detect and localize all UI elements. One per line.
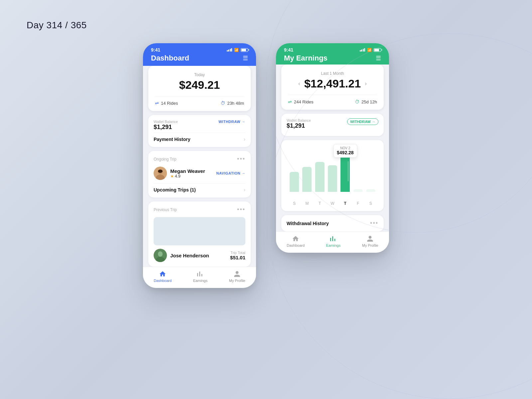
nav-dashboard-right[interactable]: Dashboard bbox=[287, 235, 305, 247]
trip-total-label: Trip Total bbox=[230, 251, 245, 255]
home-icon-left bbox=[159, 270, 166, 278]
withdraw-button-right[interactable]: WITHDRAW → bbox=[347, 118, 378, 125]
bar-friday bbox=[353, 189, 363, 192]
status-icons-left: 📶 bbox=[227, 48, 248, 52]
monthly-earnings-card: Last 1 Month ‹ $12,491.21 › ⇌ 244 Rides … bbox=[281, 65, 384, 110]
earnings-title: My Earnings bbox=[284, 54, 328, 63]
phone-earnings: 9:41 📶 My Earnings ☰ Last 1 Month bbox=[276, 43, 389, 253]
wallet-info-right: Wallet Balance $1,291 bbox=[287, 118, 311, 129]
wifi-icon-left: 📶 bbox=[234, 48, 239, 52]
wifi-icon-right: 📶 bbox=[367, 48, 372, 52]
prev-trip-more-button[interactable]: ••• bbox=[237, 206, 245, 213]
day-label-s2: S bbox=[364, 201, 377, 206]
payment-history-label: Payment History bbox=[154, 137, 190, 142]
wallet-amount-left: $1,291 bbox=[154, 124, 178, 131]
rides-icon: ⇌ bbox=[155, 100, 159, 106]
prev-trip-driver-row: Jose Henderson Trip Total $51.01 bbox=[154, 249, 245, 262]
dashboard-title: Dashboard bbox=[151, 54, 189, 63]
rides-icon-right: ⇌ bbox=[288, 99, 292, 104]
nav-profile-right[interactable]: My Profile bbox=[362, 235, 378, 247]
ongoing-header: Ongoing Trip ••• bbox=[154, 156, 245, 163]
bar-S2 bbox=[364, 189, 377, 192]
driver-avatar-left bbox=[154, 167, 167, 180]
earnings-icon-right bbox=[330, 235, 337, 242]
prev-trip-title: Previous Trip bbox=[154, 207, 177, 212]
wallet-card-right: Wallet Balance $1,291 WITHDRAW → bbox=[281, 114, 384, 136]
earnings-body: Last 1 Month ‹ $12,491.21 › ⇌ 244 Rides … bbox=[276, 65, 389, 231]
time-stat: ⏱ 23h 48m bbox=[220, 100, 244, 106]
prev-trip-header: Previous Trip ••• bbox=[154, 206, 245, 213]
home-icon-right bbox=[292, 235, 299, 242]
upcoming-trips-row[interactable]: Upcoming Trips (1) › bbox=[154, 183, 245, 193]
wallet-amount-right: $1,291 bbox=[287, 122, 311, 129]
driver-row: Megan Weaver ★ 4.9 NAVIGATION → bbox=[154, 167, 245, 180]
upcoming-trips-label: Upcoming Trips (1) bbox=[154, 187, 196, 193]
payment-history-row[interactable]: Payment History › bbox=[154, 133, 245, 142]
monthly-time-stat: ⏱ 25d 12h bbox=[355, 99, 377, 104]
menu-icon-right[interactable]: ☰ bbox=[376, 55, 381, 62]
ongoing-more-button[interactable]: ••• bbox=[237, 156, 245, 163]
svg-point-3 bbox=[158, 170, 163, 173]
profile-icon-right bbox=[366, 235, 374, 242]
chart-bars bbox=[287, 145, 378, 192]
withdrawal-more-button[interactable]: ••• bbox=[370, 220, 378, 227]
today-earnings-card: Today $249.21 ⇌ 14 Rides ⏱ 23h 48m bbox=[148, 66, 251, 111]
withdraw-button-left[interactable]: WITHDRAW → bbox=[218, 120, 245, 124]
clock-icon-right: ⏱ bbox=[355, 99, 359, 104]
monthly-amount: $12,491.21 bbox=[304, 77, 361, 90]
day-label-t2: T bbox=[339, 201, 351, 206]
bar-W bbox=[326, 165, 339, 192]
earnings-icon-left bbox=[197, 270, 204, 278]
bar-T1 bbox=[314, 162, 326, 192]
driver-avatar-prev bbox=[154, 249, 167, 262]
wallet-top-right: Wallet Balance $1,291 WITHDRAW → bbox=[287, 118, 378, 129]
status-time-right: 9:41 bbox=[284, 47, 293, 53]
signal-icon-left bbox=[227, 48, 232, 52]
bar-saturday bbox=[366, 189, 375, 192]
signal-icon-right bbox=[360, 48, 365, 52]
battery-icon-right bbox=[374, 48, 381, 52]
previous-trip-card: Previous Trip ••• bbox=[148, 201, 251, 267]
navigation-button[interactable]: NAVIGATION → bbox=[216, 171, 245, 175]
star-icon-left: ★ bbox=[170, 174, 174, 179]
earnings-stats: ⇌ 14 Rides ⏱ 23h 48m bbox=[155, 96, 244, 106]
wallet-label-right: Wallet Balance bbox=[287, 118, 311, 122]
nav-earnings-left[interactable]: Earnings bbox=[193, 270, 207, 283]
trip-total-info: Trip Total $51.01 bbox=[230, 251, 245, 260]
bar-F bbox=[351, 189, 364, 192]
chart-area: NOV 2 $492.28 bbox=[287, 145, 378, 199]
withdrawal-title: Withdrawal History bbox=[287, 221, 329, 226]
bar-thursday bbox=[340, 154, 350, 192]
monthly-rides-stat: ⇌ 244 Rides bbox=[288, 99, 314, 104]
rides-stat: ⇌ 14 Rides bbox=[155, 100, 178, 106]
bar-tuesday-1 bbox=[315, 162, 325, 192]
ongoing-title: Ongoing Trip bbox=[154, 157, 177, 162]
wallet-label-left: Wallet Balance bbox=[154, 120, 178, 124]
bottom-nav-left: Dashboard Earnings My Profile bbox=[143, 267, 256, 288]
bar-M bbox=[301, 167, 313, 192]
today-amount: $249.21 bbox=[155, 78, 244, 91]
nav-dashboard-left[interactable]: Dashboard bbox=[154, 270, 172, 283]
bar-monday bbox=[302, 167, 312, 192]
nav-earnings-right[interactable]: Earnings bbox=[326, 235, 340, 247]
chart-day-labels: S M T W T F S bbox=[287, 201, 378, 206]
earnings-chart-card: NOV 2 $492.28 bbox=[281, 140, 384, 211]
bar-T2 bbox=[339, 154, 351, 192]
prev-period-button[interactable]: ‹ bbox=[298, 80, 300, 87]
driver-name-left: Megan Weaver bbox=[170, 168, 205, 174]
prev-driver-name: Jose Henderson bbox=[170, 253, 209, 258]
menu-icon-left[interactable]: ☰ bbox=[243, 55, 248, 62]
next-period-button[interactable]: › bbox=[365, 80, 367, 87]
day-label-s1: S bbox=[288, 201, 301, 206]
status-bar-left: 9:41 📶 bbox=[143, 43, 256, 53]
withdrawal-history-card: Withdrawal History ••• bbox=[281, 215, 384, 231]
phone-dashboard: 9:41 📶 Dashboard ☰ Today $249.21 bbox=[143, 43, 256, 288]
map-preview: Shoreline Lemoine bbox=[154, 217, 245, 245]
wallet-top-left: Wallet Balance $1,291 WITHDRAW → bbox=[154, 120, 245, 131]
payment-history-chevron: › bbox=[244, 136, 245, 142]
nav-profile-left[interactable]: My Profile bbox=[229, 270, 245, 283]
profile-icon-left bbox=[233, 270, 241, 278]
trip-total-amount: $51.01 bbox=[230, 255, 245, 260]
monthly-amount-row: ‹ $12,491.21 › bbox=[288, 77, 377, 90]
day-label-m: M bbox=[301, 201, 313, 206]
